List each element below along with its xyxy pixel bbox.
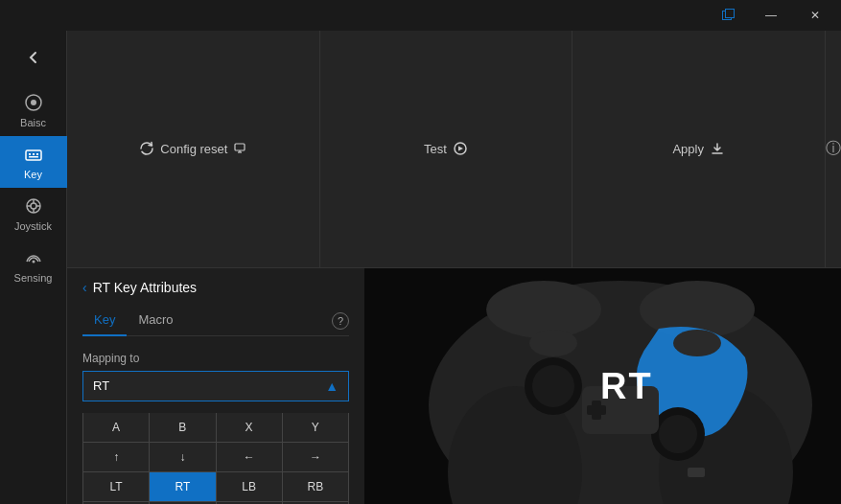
key-icon bbox=[23, 144, 44, 165]
sidebar-item-joystick-label: Joystick bbox=[14, 220, 52, 232]
svg-point-29 bbox=[673, 330, 721, 356]
key-cell-up[interactable]: ↑ bbox=[83, 443, 150, 471]
apply-label: Apply bbox=[672, 142, 704, 156]
svg-rect-5 bbox=[36, 153, 38, 155]
minimize-button[interactable]: — bbox=[749, 0, 793, 31]
config-reset-label: Config reset bbox=[160, 142, 227, 156]
key-row-0: A B X Y bbox=[83, 413, 348, 443]
reset-icon bbox=[139, 141, 154, 156]
key-cell-X[interactable]: X bbox=[217, 413, 283, 442]
key-grid: A B X Y ↑ ↓ ← → LT RT LB bbox=[82, 413, 349, 505]
test-icon bbox=[453, 141, 468, 156]
apply-icon bbox=[710, 141, 725, 156]
key-cell-right[interactable]: → bbox=[283, 443, 348, 471]
restore-icon bbox=[722, 11, 732, 20]
basic-icon bbox=[23, 92, 44, 113]
sidebar-back-button[interactable] bbox=[14, 38, 53, 77]
svg-point-28 bbox=[529, 330, 577, 356]
tab-key[interactable]: Key bbox=[82, 307, 127, 336]
key-cell-A[interactable]: A bbox=[83, 413, 150, 442]
key-row-1: ↑ ↓ ← → bbox=[83, 443, 348, 472]
close-icon: ✕ bbox=[810, 9, 820, 22]
svg-point-25 bbox=[532, 365, 574, 407]
sidebar-item-key[interactable]: Key bbox=[0, 136, 67, 188]
key-cell-left[interactable]: ← bbox=[217, 443, 283, 471]
svg-rect-14 bbox=[235, 144, 245, 150]
svg-point-1 bbox=[31, 100, 36, 105]
rt-highlight-label: RT bbox=[600, 365, 653, 406]
panel-back-button[interactable]: ‹ bbox=[82, 280, 87, 295]
test-button[interactable]: Test bbox=[320, 31, 573, 267]
main-layout: Baisc Key bbox=[0, 31, 841, 504]
panel-header: ‹ RT Key Attributes bbox=[82, 280, 349, 295]
close-button[interactable]: ✕ bbox=[793, 0, 837, 31]
svg-point-8 bbox=[31, 203, 36, 209]
sidebar-item-sensing-label: Sensing bbox=[14, 272, 53, 284]
joystick-icon bbox=[23, 195, 44, 217]
svg-rect-3 bbox=[29, 153, 31, 155]
svg-rect-4 bbox=[33, 153, 35, 155]
panel-title: RT Key Attributes bbox=[93, 280, 197, 295]
tabs: Key Macro ? bbox=[82, 307, 349, 336]
mapping-select[interactable]: RT ▲ bbox=[82, 371, 349, 401]
sidebar-item-basic[interactable]: Baisc bbox=[0, 84, 67, 136]
reset-monitor-icon bbox=[233, 142, 246, 155]
help-button[interactable]: ? bbox=[332, 312, 349, 330]
content-area: ‹ RT Key Attributes Key Macro ? Mapping … bbox=[67, 268, 841, 505]
test-label: Test bbox=[424, 142, 447, 156]
key-cell-down[interactable]: ↓ bbox=[150, 443, 216, 471]
key-cell-Y[interactable]: Y bbox=[283, 413, 348, 442]
sidebar-item-key-label: Key bbox=[24, 169, 42, 180]
key-row-2: LT RT LB RB bbox=[83, 472, 348, 502]
toolbar: Config reset Test Apply bbox=[67, 31, 841, 268]
mapping-label: Mapping to bbox=[82, 352, 349, 365]
svg-rect-33 bbox=[587, 405, 606, 415]
panel: ‹ RT Key Attributes Key Macro ? Mapping … bbox=[67, 268, 364, 505]
svg-point-22 bbox=[486, 281, 601, 338]
minimize-icon: — bbox=[765, 9, 777, 22]
svg-point-27 bbox=[659, 415, 697, 453]
key-cell-B[interactable]: B bbox=[150, 413, 216, 442]
mapping-select-arrow: ▲ bbox=[325, 378, 339, 394]
svg-rect-30 bbox=[688, 468, 705, 477]
sidebar-item-basic-label: Baisc bbox=[20, 117, 46, 128]
sidebar: Baisc Key bbox=[0, 31, 67, 504]
svg-point-13 bbox=[32, 261, 35, 263]
apply-button[interactable]: Apply bbox=[572, 31, 826, 267]
config-reset-button[interactable]: Config reset bbox=[67, 31, 320, 267]
mapping-value: RT bbox=[93, 378, 109, 393]
sidebar-item-sensing[interactable]: Sensing bbox=[0, 240, 67, 291]
key-cell-RB[interactable]: RB bbox=[283, 472, 348, 501]
game-display: RT bbox=[364, 268, 841, 505]
info-icon: ⓘ bbox=[826, 139, 841, 159]
sidebar-item-joystick[interactable]: Joystick bbox=[0, 188, 67, 240]
sensing-icon bbox=[23, 247, 44, 268]
info-button[interactable]: ⓘ bbox=[826, 31, 841, 267]
key-cell-LT[interactable]: LT bbox=[83, 472, 150, 501]
key-cell-LB[interactable]: LB bbox=[217, 472, 283, 501]
restore-button[interactable] bbox=[705, 0, 749, 31]
key-cell-RT[interactable]: RT bbox=[150, 472, 216, 501]
titlebar: — ✕ bbox=[0, 0, 841, 31]
svg-rect-6 bbox=[29, 156, 38, 158]
tab-macro[interactable]: Macro bbox=[127, 307, 184, 336]
